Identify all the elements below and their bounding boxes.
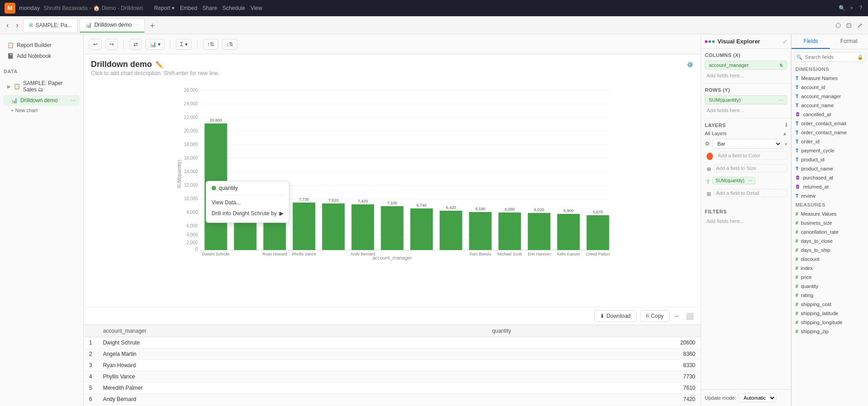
field-product-id[interactable]: T product_id bbox=[792, 155, 868, 164]
field-cancelled-at[interactable]: 🗓 cancelled_at bbox=[792, 110, 868, 119]
forward-button[interactable]: › bbox=[13, 20, 21, 30]
fields-lock-icon[interactable]: 🔒 bbox=[857, 54, 863, 60]
chart-type-btn[interactable]: 📊 ▾ bbox=[146, 39, 165, 50]
col-quantity[interactable]: quantity bbox=[487, 325, 701, 337]
copy-button[interactable]: ⎘ Copy bbox=[640, 310, 670, 322]
rows-y-field[interactable]: SUM(quantity) ⋯ bbox=[705, 95, 787, 104]
tab-options-icon[interactable]: ⋯ bbox=[134, 23, 139, 28]
tab-sample[interactable]: ⊞ SAMPLE: Pa... bbox=[23, 18, 78, 33]
layer-settings-icon[interactable]: ⚙ bbox=[705, 141, 710, 147]
field-account-id[interactable]: T account_id bbox=[792, 83, 868, 92]
add-icon[interactable]: ＋ bbox=[849, 4, 854, 12]
add-tab-button[interactable]: ＋ bbox=[146, 18, 158, 33]
rows-y-options-icon[interactable]: ⋯ bbox=[778, 98, 783, 103]
field-order-contact-email[interactable]: T order_contact_email bbox=[792, 119, 868, 128]
nav-view[interactable]: View bbox=[250, 5, 262, 11]
field-business-size[interactable]: # business_size bbox=[792, 218, 868, 227]
tab-fields[interactable]: Fields bbox=[792, 34, 830, 49]
field-shipping-latitude[interactable]: # shipping_latitude bbox=[792, 309, 868, 318]
fields-search-input[interactable] bbox=[794, 52, 865, 62]
add-detail-field-btn[interactable]: Add a field to Detail bbox=[714, 189, 787, 197]
field-account-manager[interactable]: T account_manager bbox=[792, 92, 868, 101]
sum-qty-options[interactable]: ⋯ bbox=[748, 179, 752, 183]
field-shipping-zip[interactable]: # shipping_zip bbox=[792, 327, 868, 336]
bar-stanley[interactable] bbox=[381, 206, 404, 250]
tooltip-drill-into[interactable]: Drill into Dwight Schrute by ▶ bbox=[212, 208, 283, 219]
layers-info-icon[interactable]: ℹ bbox=[785, 122, 788, 128]
bar-michael[interactable] bbox=[499, 212, 521, 250]
field-order-contact-name[interactable]: T order_contact_name bbox=[792, 128, 868, 137]
field-shipping-longitude[interactable]: # shipping_longitude bbox=[792, 318, 868, 327]
field-days-to-ship[interactable]: # days_to_ship bbox=[792, 245, 868, 255]
field-quantity[interactable]: # quantity bbox=[792, 282, 868, 291]
layers-collapse-icon[interactable]: ▲ bbox=[783, 131, 788, 136]
field-returned-at[interactable]: 🗓 returned_at bbox=[792, 182, 868, 191]
add-columns-field[interactable]: Add fields here... bbox=[705, 71, 787, 80]
chart-settings-icon[interactable]: ⚙️ bbox=[687, 61, 693, 68]
columns-x-sort-icon[interactable]: ⇅ bbox=[779, 63, 783, 68]
add-filters-field[interactable]: Add fields here... bbox=[705, 217, 787, 225]
swap-btn[interactable]: ⇄ bbox=[129, 39, 142, 50]
update-mode-select[interactable]: Automatic bbox=[739, 393, 776, 402]
add-color-field-btn[interactable]: Add a field to Color bbox=[716, 151, 787, 160]
share-view-button[interactable]: ⬡ bbox=[834, 20, 843, 31]
back-button[interactable]: ‹ bbox=[4, 20, 11, 30]
sidebar-item-drilldown[interactable]: 📊 Drilldown demo ⋯ bbox=[4, 95, 80, 106]
download-button[interactable]: ⬇ Download bbox=[594, 310, 636, 322]
bar-erin[interactable] bbox=[528, 213, 551, 250]
sidebar-item-report-builder[interactable]: 📋 Report Builder bbox=[4, 40, 80, 51]
presentation-button[interactable]: ⊡ bbox=[844, 20, 854, 31]
add-rows-field[interactable]: Add fields here... bbox=[705, 106, 787, 114]
sidebar-item-sample[interactable]: ▶ 📋 SAMPLE: Paper Sales 🗂 bbox=[4, 78, 80, 95]
bar-oscar[interactable] bbox=[440, 211, 462, 250]
field-order-id[interactable]: T order_id bbox=[792, 137, 868, 146]
field-rating[interactable]: # rating bbox=[792, 291, 868, 300]
expand-button[interactable]: ⤢ bbox=[855, 20, 864, 31]
drilldown-options-icon[interactable]: ⋯ bbox=[71, 97, 76, 104]
col-account-manager[interactable]: account_manager bbox=[98, 325, 487, 337]
field-measure-names[interactable]: T Measure Names bbox=[792, 74, 868, 83]
bar-pam[interactable] bbox=[469, 212, 492, 250]
tab-format[interactable]: Format bbox=[830, 34, 868, 49]
bar-andy[interactable] bbox=[352, 204, 374, 250]
nav-schedule[interactable]: Schedule bbox=[222, 5, 245, 11]
edit-title-icon[interactable]: ✏️ bbox=[156, 61, 163, 68]
field-measure-values[interactable]: # Measure Values bbox=[792, 209, 868, 218]
field-account-name[interactable]: T account_name bbox=[792, 101, 868, 110]
field-purchased-at[interactable]: 🗓 purchased_at bbox=[792, 173, 868, 182]
undo-btn[interactable]: ↩ bbox=[89, 39, 102, 50]
expand-table-button[interactable]: ⬜ bbox=[684, 311, 695, 321]
aggregate-btn[interactable]: Σ ▾ bbox=[176, 39, 192, 50]
field-cancellation-rate[interactable]: # cancellation_rate bbox=[792, 227, 868, 236]
nav-embed[interactable]: Embed bbox=[180, 5, 197, 11]
nav-share[interactable]: Share bbox=[203, 5, 217, 11]
new-chart-button[interactable]: + New chart bbox=[4, 106, 80, 115]
columns-x-field[interactable]: account_manager ⇅ bbox=[705, 61, 787, 70]
minimize-table-button[interactable]: − bbox=[673, 311, 680, 321]
tooltip-view-data[interactable]: View Data... bbox=[212, 197, 283, 208]
bar-kevin[interactable] bbox=[410, 208, 433, 250]
help-icon[interactable]: ？ bbox=[858, 4, 863, 12]
sort-asc-btn[interactable]: ↑⇅ bbox=[203, 39, 218, 50]
nav-report[interactable]: Report ▾ bbox=[154, 5, 175, 11]
field-index[interactable]: # index bbox=[792, 264, 868, 273]
field-payment-cycle[interactable]: T payment_cycle bbox=[792, 146, 868, 155]
sort-desc-btn[interactable]: ↓⇅ bbox=[222, 39, 237, 50]
field-price[interactable]: # price bbox=[792, 273, 868, 282]
field-discount[interactable]: # discount bbox=[792, 255, 868, 264]
field-review[interactable]: T review bbox=[792, 191, 868, 200]
field-product-name[interactable]: T product_name bbox=[792, 164, 868, 173]
bar-phyllis[interactable] bbox=[293, 203, 316, 250]
sidebar-item-add-notebook[interactable]: 📓 Add Notebook bbox=[4, 51, 80, 61]
add-size-field-btn[interactable]: Add a field to Size bbox=[714, 164, 787, 172]
sum-quantity-pill[interactable]: SUM(quantity) ⋯ bbox=[712, 177, 755, 184]
bar-kelly[interactable] bbox=[557, 214, 580, 250]
tab-drilldown[interactable]: 📊 Drilldown demo ⋯ bbox=[80, 18, 145, 33]
search-icon[interactable]: 🔍 bbox=[839, 5, 845, 11]
redo-btn[interactable]: ↪ bbox=[105, 39, 118, 50]
field-shipping-cost[interactable]: # shipping_cost bbox=[792, 300, 868, 309]
ve-expand-icon[interactable]: ⤢ bbox=[783, 38, 787, 45]
bar-creed[interactable] bbox=[587, 215, 609, 250]
bar-meredith[interactable] bbox=[322, 203, 345, 250]
field-days-to-close[interactable]: # days_to_close bbox=[792, 236, 868, 245]
